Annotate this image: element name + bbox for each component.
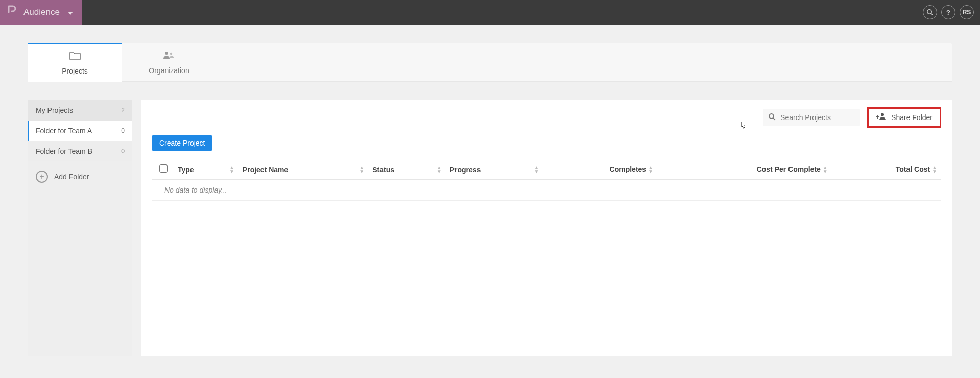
- sidebar-item-label: Folder for Team B: [36, 147, 92, 155]
- share-folder-label: Share Folder: [891, 113, 933, 122]
- sort-icon: ▲▼: [932, 166, 937, 174]
- share-folder-button[interactable]: Share Folder: [867, 107, 941, 128]
- sidebar-item-count: 0: [121, 127, 125, 134]
- tab-organization[interactable]: + Organization: [122, 43, 216, 81]
- app-logo-icon: [7, 5, 16, 19]
- select-all-checkbox[interactable]: [159, 164, 168, 173]
- sidebar-item-my-projects[interactable]: My Projects 2: [28, 100, 132, 121]
- top-bar: Audience ? RS: [0, 0, 980, 25]
- svg-point-2: [165, 52, 168, 55]
- topbar-actions: ? RS: [923, 0, 980, 25]
- brand-dropdown[interactable]: Audience: [0, 0, 82, 25]
- caret-down-icon: [68, 8, 73, 16]
- col-status[interactable]: Status▲▼: [368, 159, 445, 180]
- svg-point-5: [769, 114, 774, 119]
- sidebar-item-count: 2: [121, 107, 125, 114]
- search-icon[interactable]: [923, 5, 937, 19]
- main-tabs: Projects + Organization: [28, 43, 952, 82]
- sidebar-item-folder-team-b[interactable]: Folder for Team B 0: [28, 141, 132, 161]
- sort-icon: ▲▼: [359, 166, 364, 174]
- col-progress[interactable]: Progress▲▼: [446, 159, 543, 180]
- projects-table: Type▲▼ Project Name▲▼ Status▲▼ Progress▲…: [152, 159, 941, 201]
- svg-text:+: +: [174, 51, 175, 54]
- sidebar-item-count: 0: [121, 148, 125, 155]
- tab-label: Projects: [62, 67, 88, 75]
- add-folder-button[interactable]: + Add Folder: [28, 161, 132, 192]
- person-add-icon: [876, 112, 886, 123]
- col-cost-per-complete[interactable]: Cost Per Complete ▲▼: [657, 159, 832, 180]
- user-avatar[interactable]: RS: [960, 5, 974, 19]
- svg-line-6: [773, 118, 775, 120]
- create-project-button[interactable]: Create Project: [152, 135, 212, 151]
- col-completes[interactable]: Completes ▲▼: [543, 159, 657, 180]
- svg-point-3: [170, 52, 172, 54]
- search-icon: [768, 113, 776, 123]
- sort-icon: ▲▼: [823, 166, 828, 174]
- empty-message: No data to display...: [152, 180, 941, 201]
- tab-projects[interactable]: Projects: [28, 43, 122, 81]
- sidebar-item-folder-team-a[interactable]: Folder for Team A 0: [28, 121, 132, 141]
- sort-icon: ▲▼: [437, 166, 442, 174]
- folder-sidebar: My Projects 2 Folder for Team A 0 Folder…: [28, 100, 132, 356]
- svg-line-1: [931, 13, 933, 15]
- add-folder-label: Add Folder: [54, 173, 89, 181]
- tab-label: Organization: [149, 66, 189, 75]
- sidebar-item-label: Folder for Team A: [36, 127, 92, 135]
- sort-icon: ▲▼: [229, 166, 234, 174]
- sort-icon: ▲▼: [648, 166, 653, 174]
- search-box[interactable]: [763, 109, 860, 126]
- search-input[interactable]: [780, 113, 855, 122]
- col-total-cost[interactable]: Total Cost ▲▼: [832, 159, 941, 180]
- svg-point-7: [881, 113, 884, 116]
- col-type[interactable]: Type▲▼: [174, 159, 238, 180]
- app-title: Audience: [23, 7, 60, 17]
- svg-point-0: [927, 10, 931, 14]
- col-project-name[interactable]: Project Name▲▼: [238, 159, 368, 180]
- toolbar: Share Folder: [152, 105, 941, 130]
- sort-icon: ▲▼: [534, 166, 539, 174]
- main-panel: Share Folder Create Project Type▲▼ Proje…: [141, 100, 952, 356]
- sidebar-item-label: My Projects: [36, 106, 73, 114]
- plus-icon: +: [36, 171, 48, 183]
- org-icon: +: [163, 51, 175, 62]
- folder-icon: [69, 51, 81, 63]
- help-icon[interactable]: ?: [941, 5, 955, 19]
